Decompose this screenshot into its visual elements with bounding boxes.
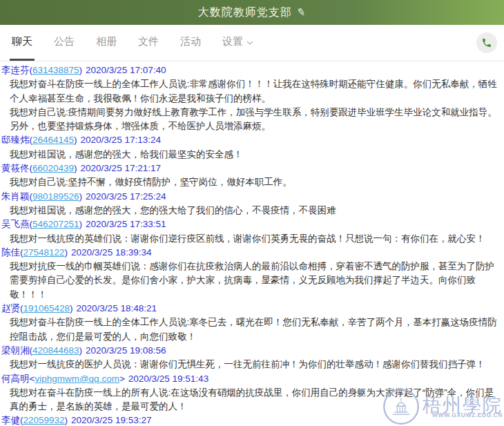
tab-announcements[interactable]: 公告: [52, 25, 77, 61]
message-text: 我想对在奋斗在防疫一线上的所有人说:在这场没有硝烟的抗疫战里，你们用自己的身躯为…: [1, 386, 498, 414]
message-text: 我想对奋斗在防疫一线上的全体工作人员说:寒冬已去，曙光在即！您们无私奉献，辛苦了…: [1, 316, 498, 344]
message-paragraph: 我想对自己说:坚持不懈，做好疫情防护，坚守岗位，做好本职工作。: [1, 175, 498, 189]
tab-bar: 聊天公告相册文件活动设置: [0, 25, 504, 61]
message-header: 朱肖颖(980189526)2020/3/25 17:25:24: [1, 190, 498, 204]
sender-name: 李连芬: [1, 65, 30, 75]
id-bracket: ): [79, 191, 83, 202]
sender-qq-link[interactable]: 980189526: [32, 191, 79, 202]
id-bracket: >: [119, 374, 125, 384]
tab-bar-tabs: 聊天公告相册文件活动设置: [10, 25, 273, 61]
sender-qq-link[interactable]: 22059932: [23, 415, 65, 425]
id-bracket: ): [79, 345, 83, 356]
chat-message: 何高明<viphgmwm@qq.com>2020/3/25 19:51:43我想…: [1, 372, 498, 414]
message-paragraph: 我想对奋斗在防疫一线上的全体工作人员说:非常感谢你们！！！让我在这特殊时期还能守…: [1, 77, 498, 106]
sender-qq-link[interactable]: 191065428: [23, 303, 70, 313]
message-paragraph: 我想对一线抗疫的医护人员说：谢谢你们无惧生死，一往无前往前冲！为你们的壮举感动！…: [1, 358, 498, 371]
message-text: 我想对祖国说，感谢您的强大，给我们最坚实的安全感！: [1, 148, 498, 162]
sender-name: 邸臻炜: [1, 135, 30, 145]
message-paragraph: 我想对自己说:疫情期间要努力做好线上教育教学工作，加强与学生联系，特别要跟进毕业…: [1, 106, 498, 134]
sender-qq-link[interactable]: 546207251: [32, 219, 79, 229]
chat-message: 李连芬(631438875)2020/3/25 17:07:40我想对奋斗在防疫…: [1, 64, 498, 133]
group-title: 大数院教师党支部: [198, 6, 292, 20]
message-header: 何高明<viphgmwm@qq.com>2020/3/25 19:51:43: [1, 372, 498, 386]
message-header: 吴飞燕(546207251)2020/3/25 17:33:51: [1, 217, 498, 231]
message-time: 2020/3/25 17:07:40: [86, 65, 166, 75]
tab-album[interactable]: 相册: [94, 25, 119, 61]
message-time: 2020/3/25 19:51:43: [128, 374, 209, 384]
sender-name: 何高明: [1, 374, 30, 384]
chat-message: 黄筱佟(66020439)2020/3/25 17:21:17我想对自己说:坚持…: [1, 162, 498, 190]
sender-name: 梁朝湘: [1, 345, 30, 356]
sender-email-link[interactable]: viphgmwm@qq.com: [35, 374, 119, 384]
tab-settings[interactable]: 设置: [220, 25, 255, 61]
message-text: 我想对一线抗疫的英雄们说：谢谢你们逆行疫区前线，谢谢你们英勇无畏的奋战！只想说一…: [1, 232, 498, 246]
chat-message: 邸臻炜(26464145)2020/3/25 17:13:24我想对祖国说，感谢…: [1, 133, 498, 162]
message-time: 2020/3/25 17:25:24: [86, 191, 166, 202]
message-text: 我想对一线抗疫的医护人员说：谢谢你们无惧生死，一往无前往前冲！为你们的壮举感动！…: [1, 358, 498, 371]
message-time: 2020/3/25 17:33:51: [86, 219, 166, 229]
sender-name: 赵贤: [1, 303, 20, 313]
message-paragraph: 我想对一线抗疫的英雄们说：谢谢你们逆行疫区前线，谢谢你们英勇无畏的奋战！只想说一…: [1, 232, 498, 246]
message-text: 我想对祖国说，感谢您的强大，您的强大给了我们的信心，不畏疫情，不畏困难: [1, 204, 498, 217]
tab-label: 聊天: [12, 35, 32, 48]
id-bracket: ): [79, 65, 83, 75]
message-time: 2020/3/25 18:39:34: [71, 247, 151, 258]
id-bracket: ): [70, 303, 73, 313]
sender-qq-link[interactable]: 420844683: [32, 345, 79, 356]
tab-label: 活动: [180, 35, 201, 48]
message-text: 我想对抗疫一线的巾帼英雄们说：感谢你们在抗疫救治病人的最前沿以命相搏，穿着密不透…: [1, 260, 498, 302]
chevron-down-icon: [246, 41, 253, 45]
chat-message: 李健(22059932)2020/3/25 19:53:27我想对一线抗疫的所有…: [1, 414, 498, 426]
chat-message: 朱肖颖(980189526)2020/3/25 17:25:24我想对祖国说，感…: [1, 190, 498, 218]
message-time: 2020/3/25 19:08:56: [86, 345, 166, 356]
chat-message-list: 李连芬(631438875)2020/3/25 17:07:40我想对奋斗在防疫…: [0, 61, 504, 426]
message-time: 2020/3/25 18:48:21: [77, 303, 157, 313]
message-paragraph: 我想对祖国说，感谢您的强大，给我们最坚实的安全感！: [1, 148, 498, 162]
message-paragraph: 我想对在奋斗在防疫一线上的所有人说:在这场没有硝烟的抗疫战里，你们用自己的身躯为…: [1, 386, 498, 414]
message-paragraph: 我想对奋斗在防疫一线上的全体工作人员说:寒冬已去，曙光在即！您们无私奉献，辛苦了…: [1, 316, 498, 344]
chat-message: 陈佳(27548122)2020/3/25 18:39:34我想对抗疫一线的巾帼…: [1, 246, 498, 302]
id-bracket: ): [79, 219, 83, 229]
sender-name: 朱肖颖: [1, 191, 30, 202]
sender-qq-link[interactable]: 631438875: [32, 65, 79, 75]
message-header: 梁朝湘(420844683)2020/3/25 19:08:56: [1, 344, 498, 358]
message-paragraph: 我想对祖国说，感谢您的强大，您的强大给了我们的信心，不畏疫情，不畏困难: [1, 204, 498, 217]
chat-message: 梁朝湘(420844683)2020/3/25 19:08:56我想对一线抗疫的…: [1, 344, 498, 372]
message-header: 邸臻炜(26464145)2020/3/25 17:13:24: [1, 133, 498, 147]
message-header: 赵贤(191065428)2020/3/25 18:48:21: [1, 302, 498, 316]
tab-label: 相册: [96, 35, 117, 48]
sender-name: 李健: [1, 415, 20, 425]
id-bracket: ): [65, 247, 68, 258]
sender-qq-link[interactable]: 66020439: [32, 163, 74, 173]
tab-chat[interactable]: 聊天: [10, 25, 35, 61]
sender-qq-link[interactable]: 27548122: [23, 247, 65, 258]
message-header: 李健(22059932)2020/3/25 19:53:27: [1, 414, 498, 426]
group-header: 大数院教师党支部 ✎: [0, 0, 504, 25]
chat-message: 吴飞燕(546207251)2020/3/25 17:33:51我想对一线抗疫的…: [1, 217, 498, 246]
tab-label: 文件: [138, 35, 159, 48]
message-header: 黄筱佟(66020439)2020/3/25 17:21:17: [1, 162, 498, 175]
message-text: 我想对自己说:坚持不懈，做好疫情防护，坚守岗位，做好本职工作。: [1, 175, 498, 189]
message-text: 我想对奋斗在防疫一线上的全体工作人员说:非常感谢你们！！！让我在这特殊时期还能守…: [1, 77, 498, 133]
message-paragraph: 我想对抗疫一线的巾帼英雄们说：感谢你们在抗疫救治病人的最前沿以命相搏，穿着密不透…: [1, 260, 498, 302]
message-time: 2020/3/25 17:21:17: [81, 163, 161, 173]
call-button[interactable]: [476, 32, 497, 53]
message-time: 2020/3/25 19:53:27: [71, 415, 151, 425]
id-bracket: ): [65, 415, 68, 425]
tab-files[interactable]: 文件: [136, 25, 161, 61]
sender-name: 陈佳: [1, 247, 20, 258]
sender-qq-link[interactable]: 26464145: [32, 135, 74, 145]
phone-icon: [481, 37, 492, 48]
sender-name: 吴飞燕: [1, 219, 30, 229]
message-header: 李连芬(631438875)2020/3/25 17:07:40: [1, 64, 498, 77]
tab-label: 设置: [222, 35, 243, 48]
message-time: 2020/3/25 17:13:24: [81, 135, 161, 145]
id-bracket: ): [74, 163, 77, 173]
sender-name: 黄筱佟: [1, 163, 30, 173]
tab-label: 公告: [54, 35, 75, 48]
id-bracket: ): [74, 135, 77, 145]
tab-activities[interactable]: 活动: [178, 25, 203, 61]
edit-icon[interactable]: ✎: [295, 6, 307, 19]
chat-message: 赵贤(191065428)2020/3/25 18:48:21我想对奋斗在防疫一…: [1, 302, 498, 344]
message-header: 陈佳(27548122)2020/3/25 18:39:34: [1, 246, 498, 260]
